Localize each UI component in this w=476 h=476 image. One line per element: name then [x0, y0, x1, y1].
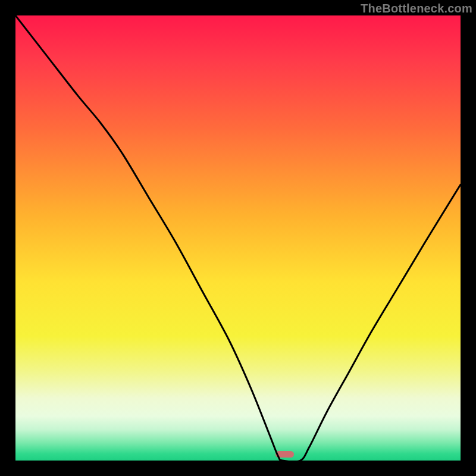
bottleneck-curve [15, 15, 461, 461]
chart-frame: TheBottleneck.com [0, 0, 476, 476]
watermark-text: TheBottleneck.com [361, 2, 472, 15]
plot-area [15, 15, 461, 461]
